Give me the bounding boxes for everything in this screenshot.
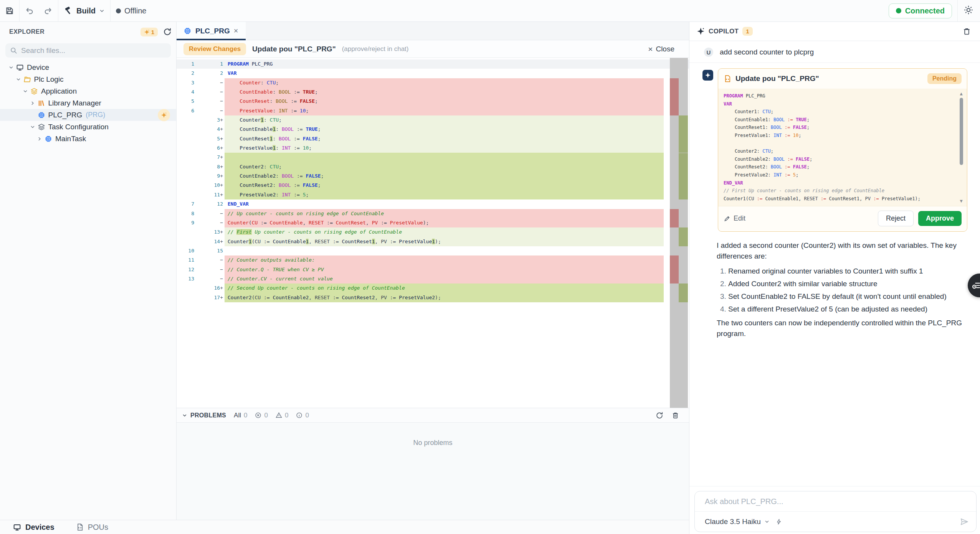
- chevron-right-icon[interactable]: [35, 136, 44, 142]
- code-line-16[interactable]: 712END_VAR: [177, 199, 689, 209]
- sparkle-icon: [144, 29, 150, 35]
- editor-scrollbar[interactable]: [670, 58, 688, 408]
- code-line-24[interactable]: 13−// Counter.CV - current count value: [177, 274, 689, 283]
- review-hint: (approve/reject in chat): [342, 45, 409, 53]
- code-line-26[interactable]: 17+Counter2(CU := CountEnable2, RESET :=…: [177, 293, 689, 302]
- problems-filter-all[interactable]: All 0: [234, 412, 247, 419]
- redo-button[interactable]: [39, 0, 58, 22]
- old-line-number: [177, 181, 197, 190]
- code-line-4[interactable]: 4− CountEnable: BOOL := TRUE;: [177, 87, 689, 97]
- code-line-17[interactable]: 8−// Up counter - counts on rising edge …: [177, 209, 689, 218]
- new-line-number: 17+: [197, 293, 225, 302]
- code-line-10[interactable]: 6+ PresetValue1: INT := 10;: [177, 143, 689, 153]
- code-line-19[interactable]: 13+// First Up counter - counts on risin…: [177, 227, 689, 237]
- sparkle-icon: [697, 27, 705, 35]
- reject-button[interactable]: Reject: [878, 211, 914, 226]
- problems-refresh-button[interactable]: [656, 412, 663, 419]
- code-line-8[interactable]: 4+ CountEnable1: BOOL := TRUE;: [177, 125, 689, 134]
- code-line-11[interactable]: 7+: [177, 153, 689, 162]
- chevron-down-icon[interactable]: [14, 77, 23, 82]
- sidebar-item-application[interactable]: Application: [0, 85, 176, 97]
- refresh-icon: [163, 28, 172, 36]
- chevron-down-icon[interactable]: [28, 124, 37, 130]
- code-line-22[interactable]: 11−// Counter outputs available:: [177, 255, 689, 265]
- hammer-icon: [64, 6, 73, 15]
- code-editor[interactable]: 11PROGRAM PLC_PRG22VAR3− Counter: CTU;4−…: [177, 58, 689, 408]
- ai-sparkle-badge[interactable]: [158, 109, 170, 121]
- diff-overview-mark: [679, 171, 688, 181]
- code-line-5[interactable]: 5− CountReset: BOOL := FALSE;: [177, 97, 689, 106]
- sidebar-item-plc-logic[interactable]: Plc Logic: [0, 73, 176, 85]
- code-line-25[interactable]: 16+// Second Up counter - counts on risi…: [177, 283, 689, 293]
- pous-tab[interactable]: POUs: [76, 523, 108, 532]
- sidebar-item-library-manager[interactable]: Library Manager: [0, 97, 176, 109]
- send-button[interactable]: [960, 518, 968, 526]
- refresh-button[interactable]: [163, 28, 172, 36]
- all-label: All: [234, 412, 241, 419]
- sidebar-item-maintask[interactable]: MainTask: [0, 133, 176, 145]
- code-line-7[interactable]: 3+ Counter1: CTU;: [177, 115, 689, 125]
- quick-mode-button[interactable]: [776, 519, 782, 525]
- save-button[interactable]: [0, 0, 19, 22]
- tab-plc-prg[interactable]: PLC_PRG ×: [177, 22, 246, 40]
- code-line-3[interactable]: 3− Counter: CTU;: [177, 78, 689, 87]
- close-review-button[interactable]: × Close: [648, 44, 674, 54]
- tree-item-label: Device: [27, 63, 49, 72]
- chat-input[interactable]: [695, 491, 976, 511]
- user-avatar: U: [704, 48, 713, 57]
- tab-close-icon[interactable]: ×: [234, 26, 238, 35]
- warnings-count: 0: [285, 412, 288, 419]
- code-line-18[interactable]: 9−Counter(CU := CountEnable, RESET := Co…: [177, 218, 689, 227]
- approve-button[interactable]: Approve: [918, 211, 962, 226]
- copilot-input-area: Claude 3.5 Haiku: [689, 486, 980, 534]
- build-button[interactable]: Build: [58, 0, 110, 22]
- sidebar-item-plc-prg[interactable]: PLC_PRG(PRG): [0, 109, 176, 121]
- problems-filter-infos[interactable]: 0: [296, 412, 309, 419]
- diff-overview-mark: [670, 265, 679, 274]
- problems-clear-button[interactable]: [672, 412, 679, 419]
- chevron-right-icon[interactable]: [28, 101, 37, 106]
- diff-overview-mark: [679, 190, 688, 199]
- new-line-number: 12: [197, 199, 225, 209]
- code-line-23[interactable]: 12−// Counter.Q - TRUE when CV ≥ PV: [177, 265, 689, 274]
- problems-filter-errors[interactable]: 0: [255, 412, 268, 419]
- code-text: CountReset: BOOL := FALSE;: [225, 97, 664, 106]
- chevron-down-icon[interactable]: [21, 89, 30, 94]
- file-code-icon: [76, 523, 84, 531]
- code-line-9[interactable]: 5+ CountReset1: BOOL := FALSE;: [177, 134, 689, 143]
- assistant-message: Update pou "PLC_PRG" Pending PROGRAM PLC…: [689, 63, 980, 232]
- code-line-15[interactable]: 11+ PresetValue2: INT := 5;: [177, 190, 689, 199]
- old-line-number: [177, 143, 197, 153]
- settings-button[interactable]: [958, 5, 980, 17]
- code-line-14[interactable]: 10+ CountReset2: BOOL := FALSE;: [177, 181, 689, 190]
- old-line-number: 13: [177, 274, 197, 283]
- code-line-6[interactable]: 6− PresetValue: INT := 10;: [177, 106, 689, 115]
- code-line-12[interactable]: 8+ Counter2: CTU;: [177, 162, 689, 171]
- code-line-13[interactable]: 9+ CountEnable2: BOOL := FALSE;: [177, 171, 689, 181]
- scroll-thumb[interactable]: [960, 98, 963, 165]
- code-line-2[interactable]: 22VAR: [177, 69, 689, 78]
- problems-toggle[interactable]: PROBLEMS: [182, 412, 226, 419]
- code-line-21[interactable]: 1015: [177, 246, 689, 255]
- edit-button[interactable]: Edit: [724, 214, 745, 222]
- devices-tab[interactable]: Devices: [13, 523, 55, 532]
- sidebar-item-device[interactable]: Device: [0, 61, 176, 73]
- code-line-1[interactable]: 11PROGRAM PLC_PRG: [177, 59, 689, 69]
- changes-fab-button[interactable]: [968, 274, 980, 297]
- undo-button[interactable]: [20, 0, 39, 22]
- model-selector[interactable]: Claude 3.5 Haiku: [705, 518, 770, 526]
- card-code-scrollbar[interactable]: ▲▼: [959, 91, 964, 204]
- chevron-down-icon[interactable]: [7, 65, 15, 70]
- scroll-up-icon[interactable]: ▲: [959, 91, 964, 96]
- code-line-20[interactable]: 14+Counter1(CU := CountEnable1, RESET :=…: [177, 237, 689, 246]
- scroll-down-icon[interactable]: ▼: [959, 198, 964, 204]
- new-line-number: −: [197, 274, 225, 283]
- clear-chat-button[interactable]: [963, 27, 971, 35]
- lightning-icon: [776, 519, 782, 525]
- sidebar-item-task-configuration[interactable]: Task Configuration: [0, 121, 176, 133]
- old-line-number: 11: [177, 255, 197, 265]
- search-input[interactable]: Search files...: [5, 43, 171, 58]
- explorer-ai-badge[interactable]: 1: [140, 28, 158, 36]
- code-text: PresetValue1: INT := 10;: [225, 143, 664, 153]
- problems-filter-warnings[interactable]: 0: [276, 412, 288, 419]
